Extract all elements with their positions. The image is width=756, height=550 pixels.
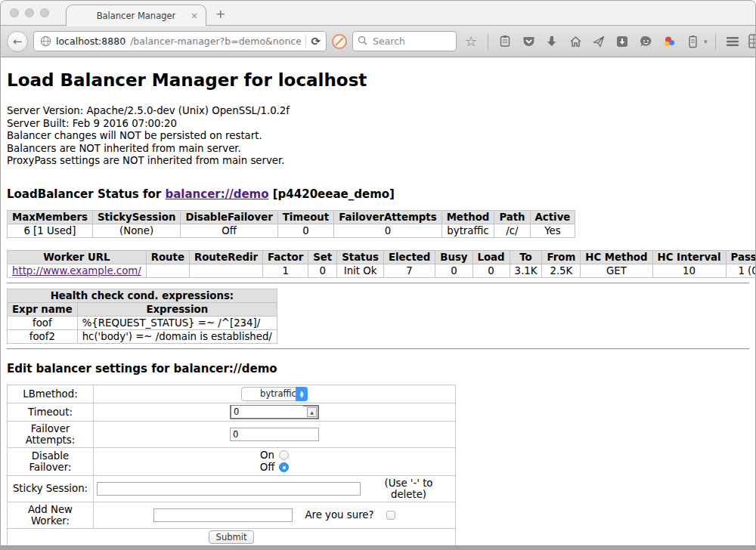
val-active: Yes <box>530 224 575 237</box>
col-load: Load <box>472 250 510 264</box>
colored-dots-icon[interactable] <box>660 32 678 51</box>
server-version-line: Server Version: Apache/2.5.0-dev (Unix) … <box>7 105 749 118</box>
tab-close-icon[interactable]: × <box>191 11 198 21</box>
paper-plane-icon[interactable] <box>590 32 608 51</box>
hamburger-menu-icon[interactable] <box>723 32 742 51</box>
proxypass-notice-line: ProxyPass settings are NOT inherited fro… <box>7 155 749 168</box>
edit-settings-heading: Edit balancer settings for balancer://de… <box>7 362 749 375</box>
col-worker-url: Worker URL <box>8 250 147 264</box>
val-elected: 7 <box>383 264 435 277</box>
add-worker-input[interactable] <box>153 508 293 522</box>
section-divider <box>7 283 749 284</box>
pocket-icon[interactable] <box>519 32 538 51</box>
expr-name-1: foof <box>8 316 78 329</box>
val-stickysession: (None) <box>92 224 180 237</box>
sticky-session-input[interactable] <box>97 482 361 496</box>
balancer-link[interactable]: balancer://demo <box>165 187 268 201</box>
window-bottom-edge <box>1 545 755 550</box>
val-hc-method: GET <box>581 264 652 277</box>
navigation-toolbar: ← localhost:8880 /balancer-manager?b=dem… <box>1 26 755 57</box>
close-window-button[interactable] <box>10 8 19 17</box>
health-row-foof: foof %{REQUEST_STATUS} =~ /^[234]/ <box>8 316 277 329</box>
confirm-label: Are you sure? <box>305 509 373 521</box>
health-row-foof2: foof2 hc('body') =~ /domain is establish… <box>8 329 277 343</box>
lbmethod-select[interactable]: bytraffic ▲▼ <box>241 387 308 401</box>
timeout-input[interactable] <box>231 406 303 418</box>
section-divider-2 <box>7 348 749 350</box>
col-stickysession: StickySession <box>92 210 180 224</box>
balancer-data-row: 6 [1 Used] (None) Off 0 0 bytraffic /c/ … <box>8 224 575 237</box>
col-passes: Passes <box>726 250 755 264</box>
radio-on-label: On <box>260 450 274 462</box>
url-bar[interactable]: localhost:8880 /balancer-manager?b=demo&… <box>33 31 327 51</box>
failover-attempts-input[interactable] <box>230 428 319 441</box>
urlbar-divider <box>305 35 306 48</box>
disable-failover-off-radio[interactable] <box>279 462 289 472</box>
health-header-row: Expr name Expression <box>8 302 277 316</box>
radio-off-label: Off <box>260 462 275 474</box>
col-busy: Busy <box>435 250 472 264</box>
home-icon[interactable] <box>566 32 584 51</box>
val-failoverattempts: 0 <box>334 224 442 237</box>
col-expression: Expression <box>77 302 277 316</box>
col-factor: Factor <box>263 250 308 264</box>
content-blocked-icon[interactable] <box>332 34 347 49</box>
val-disablefailover: Off <box>181 224 277 237</box>
status-heading-suffix: [p4420eeae_demo] <box>269 187 395 201</box>
expr-value-1: %{REQUEST_STATUS} =~ /^[234]/ <box>77 316 277 329</box>
globe-icon <box>39 36 51 48</box>
col-hc-interval: HC Interval <box>652 250 726 264</box>
col-failoverattempts: FailoverAttempts <box>334 210 442 224</box>
edit-balancer-form: LBmethod: bytraffic ▲▼ Timeout: ▲ <box>7 385 456 546</box>
form-row-submit: Submit <box>8 528 456 545</box>
back-button[interactable]: ← <box>7 31 28 52</box>
zoom-window-button[interactable] <box>40 8 49 17</box>
val-method: bytraffic <box>442 224 494 237</box>
tab-balancer-manager[interactable]: Balancer Manager × <box>66 5 206 26</box>
col-route: Route <box>146 250 189 264</box>
submit-button[interactable]: Submit <box>209 530 255 544</box>
val-set: 0 <box>308 264 337 277</box>
toolbar-separator-2 <box>715 33 716 50</box>
window-controls[interactable] <box>10 8 49 17</box>
status-heading: LoadBalancer Status for balancer://demo … <box>7 187 749 201</box>
col-hc-method: HC Method <box>581 250 652 264</box>
download-icon[interactable] <box>543 32 561 51</box>
sticky-note: (Use '-' to delete) <box>365 477 452 500</box>
balancer-status-table: MaxMembers StickySession DisableFailover… <box>7 210 575 238</box>
box-download-icon[interactable] <box>613 32 631 51</box>
form-row-add-worker: Add New Worker: Are you sure? <box>8 502 456 528</box>
add-worker-label: Add New Worker: <box>8 502 94 528</box>
val-from: 2.5K <box>542 264 581 277</box>
smiley-icon[interactable] <box>637 32 655 51</box>
col-expr-name: Expr name <box>8 302 78 316</box>
worker-header-row: Worker URL Route RouteRedir Factor Set S… <box>8 250 756 264</box>
search-bar[interactable] <box>352 31 457 51</box>
disable-failover-label: Disable Failover: <box>8 447 94 475</box>
col-maxmembers: MaxMembers <box>8 210 93 224</box>
lbmethod-label: LBmethod: <box>8 385 94 403</box>
col-routeredir: RouteRedir <box>189 250 262 264</box>
caret-down-icon[interactable]: ▾ <box>704 38 708 45</box>
bookmark-star-icon[interactable]: ☆ <box>462 32 480 51</box>
clipboard-icon[interactable] <box>496 32 514 51</box>
number-spinner-icon[interactable]: ▲ <box>307 407 317 417</box>
new-tab-button[interactable]: + <box>215 7 225 21</box>
worker-url-link[interactable]: http://www.example.com/ <box>12 265 141 277</box>
val-busy: 0 <box>435 264 472 277</box>
battery-icon[interactable] <box>683 32 702 51</box>
status-heading-prefix: LoadBalancer Status for <box>7 187 165 201</box>
val-passes: 1 (0) <box>726 264 755 277</box>
are-you-sure-checkbox[interactable] <box>386 511 395 520</box>
expr-name-2: foof2 <box>8 329 78 343</box>
disable-failover-on-radio[interactable] <box>279 450 289 460</box>
worker-data-row: http://www.example.com/ 1 0 Init Ok 7 0 … <box>8 264 756 277</box>
reload-icon[interactable]: ⟳ <box>311 35 321 48</box>
health-check-table: Health check cond. expressions: Expr nam… <box>7 289 277 344</box>
page-title: Load Balancer Manager for localhost <box>7 70 749 90</box>
search-icon <box>358 34 367 48</box>
minimize-window-button[interactable] <box>25 8 34 17</box>
col-timeout: Timeout <box>277 210 333 224</box>
grid-icon[interactable] <box>747 32 756 51</box>
search-input[interactable] <box>371 35 439 48</box>
